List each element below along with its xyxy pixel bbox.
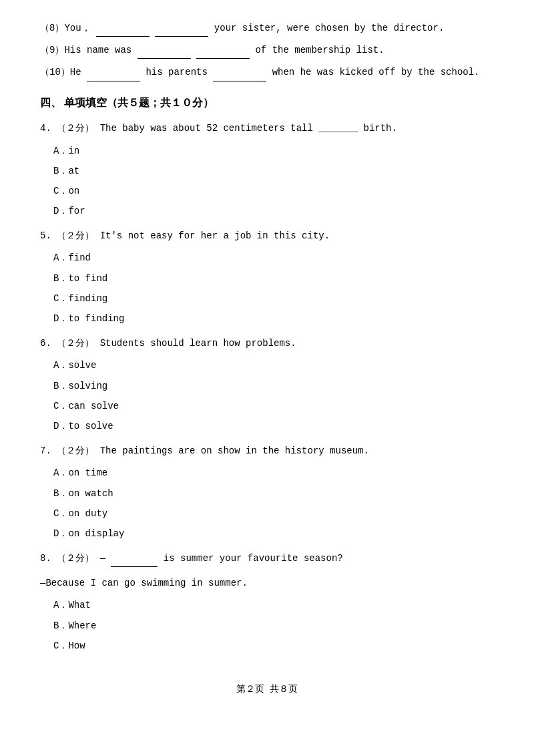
q8-option-c: C．How	[53, 638, 494, 654]
q7-option-a: A．on time	[53, 465, 494, 482]
q8-text: your sister, were chosen by the director…	[214, 23, 444, 33]
q5-option-a: A．find	[53, 250, 494, 266]
q6-option-d: D．to solve	[53, 418, 494, 435]
q5-option-b: B．to find	[53, 270, 494, 287]
q10-text: when he was kicked off by the school.	[272, 67, 480, 77]
q8-mc-blank	[111, 555, 158, 567]
q4-option-c: C．on	[53, 183, 494, 200]
q8-mc-suffix: is summer your favourite season?	[164, 553, 343, 564]
q10-blank1	[87, 69, 140, 81]
q10-blank2	[213, 69, 266, 81]
q8-number: （8）You，	[40, 23, 91, 33]
q9-blank1	[138, 47, 191, 59]
question-8: （8）You， your sister, were chosen by the …	[40, 20, 494, 37]
q6-score: （２分）	[57, 338, 94, 349]
q5-option-d: D．to finding	[53, 311, 494, 327]
q8-blank1	[96, 25, 150, 37]
q6-option-b: B．solving	[53, 378, 494, 395]
q10-number: （10）He	[40, 67, 87, 77]
q10-mid: his parents	[146, 67, 207, 77]
question-10: （10）He his parents when he was kicked of…	[40, 64, 494, 81]
q7-option-b: B．on watch	[53, 486, 494, 502]
q5-score: （２分）	[57, 230, 94, 241]
q8-option-b: B．Where	[53, 618, 494, 634]
q9-text: of the membership list.	[255, 45, 384, 55]
q7-number: 7.	[40, 445, 51, 456]
q5-option-c: C．finding	[53, 291, 494, 307]
q8-stem-container: 8. （２分） — is summer your favourite seaso…	[40, 550, 494, 567]
q9-blank2	[196, 47, 250, 59]
q6-number: 6.	[40, 338, 51, 349]
q7-option-d: D．on display	[53, 526, 494, 542]
q4-option-a: A．in	[53, 143, 494, 160]
q4-score: （２分）	[57, 123, 94, 134]
q4-option-b: B．at	[53, 163, 494, 180]
q4-option-d: D．for	[53, 203, 494, 220]
q6-option-a: A．solve	[53, 357, 494, 374]
question-9: （9）His name was of the membership list.	[40, 42, 494, 59]
page-footer: 第２页 共８页	[40, 681, 494, 698]
q5-number: 5.	[40, 230, 51, 241]
q4-number: 4.	[40, 123, 51, 134]
q6-option-c: C．can solve	[53, 398, 494, 415]
q8-mc-prefix: —	[100, 553, 105, 564]
q8-response: —Because I can go swimming in summer.	[40, 575, 494, 592]
q6-stem: 6. （２分） Students should learn how proble…	[40, 335, 494, 352]
q9-number: （9）His name was	[40, 45, 131, 55]
q7-score: （２分）	[57, 445, 94, 456]
q8-blank2	[155, 25, 208, 37]
q6-text: Students should learn how problems.	[100, 338, 296, 349]
q7-stem: 7. （２分） The paintings are on show in the…	[40, 443, 494, 459]
q5-text: It's not easy for her a job in this city…	[100, 230, 330, 241]
q8-mc-score: （２分）	[57, 553, 94, 564]
q4-stem: 4. （２分） The baby was about 52 centimeter…	[40, 120, 494, 137]
q8-option-a: A．What	[53, 597, 494, 614]
q7-option-c: C．on duty	[53, 506, 494, 522]
q5-stem: 5. （２分） It's not easy for her a job in t…	[40, 228, 494, 244]
q4-text: The baby was about 52 centimeters tall _…	[100, 123, 397, 134]
section4-header: 四、 单项填空（共５题；共１０分）	[40, 93, 494, 113]
q7-text: The paintings are on show in the history…	[100, 445, 369, 456]
q8-mc-number: 8.	[40, 553, 51, 564]
